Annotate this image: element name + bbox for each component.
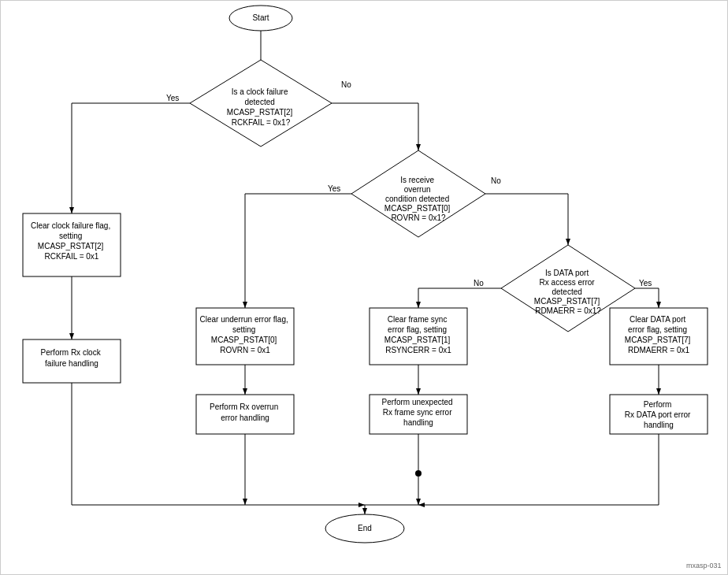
action3-dot: [415, 470, 422, 477]
no2-label: No: [491, 176, 501, 185]
no1-label: No: [341, 80, 351, 89]
end-label: End: [358, 524, 372, 532]
watermark: mxasp-031: [686, 562, 722, 569]
arrow-d3-no: [418, 288, 501, 308]
start-label: Start: [252, 13, 269, 22]
arrow-d1-no: [332, 103, 418, 150]
yes1-label: Yes: [166, 94, 179, 102]
arrow-d2-yes: [245, 194, 351, 308]
arrow-d2-no: [485, 194, 568, 245]
flowchart-container: Start Is a clock failure detected MCASP_…: [0, 0, 728, 575]
no3-label: No: [474, 279, 484, 288]
arrow-d3-yes: [635, 288, 659, 308]
yes2-label: Yes: [328, 184, 340, 193]
yes3-label: Yes: [639, 279, 652, 288]
arrow-d1-yes: [72, 103, 190, 213]
